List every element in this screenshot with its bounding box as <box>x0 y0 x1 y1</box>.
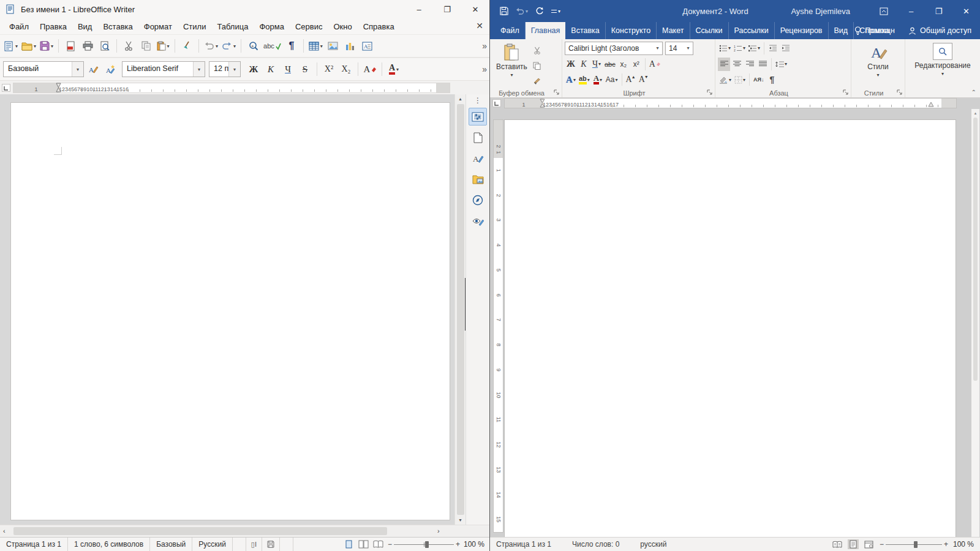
font-name-combobox[interactable]: Liberation Serif ▾ <box>122 61 205 77</box>
menu-item[interactable]: Сервис <box>290 20 328 34</box>
subscript-button[interactable]: x₂ <box>617 58 630 71</box>
italic-button[interactable]: К <box>263 61 279 78</box>
zoom-in-icon[interactable]: + <box>456 540 460 549</box>
menu-item[interactable]: Правка <box>34 20 72 34</box>
minimize-button[interactable]: – <box>405 0 433 18</box>
new-style-button[interactable]: A <box>102 61 118 78</box>
web-layout-button[interactable] <box>864 539 875 549</box>
subscript-button[interactable]: X₂ <box>338 61 354 78</box>
menu-item[interactable]: Стили <box>178 20 211 34</box>
signature-status[interactable] <box>280 538 293 551</box>
collapse-ribbon-icon[interactable]: ⌃ <box>971 89 976 96</box>
word-vertical-scrollbar[interactable]: ▴ <box>971 109 979 537</box>
tab-references[interactable]: Ссылки <box>690 22 729 39</box>
scroll-down-icon[interactable]: ▾ <box>459 515 461 525</box>
tab-layout[interactable]: Макет <box>657 22 690 39</box>
scroll-right-icon[interactable]: › <box>437 527 440 534</box>
formatting-marks-button[interactable]: ¶ <box>284 37 300 54</box>
combo-dropdown-icon[interactable]: ▾ <box>72 62 83 77</box>
indent-marker-icon[interactable] <box>540 99 545 108</box>
dialog-launcher-icon[interactable] <box>843 89 849 96</box>
font-color-button[interactable]: A▾ <box>386 61 402 78</box>
writer-vertical-scrollbar[interactable]: ▴ ▾ <box>454 94 466 525</box>
font-name-combobox[interactable]: Calibri Light (Заголов ▾ <box>565 42 663 55</box>
zoom-out-icon[interactable]: − <box>880 540 884 549</box>
line-spacing-button[interactable]: ▾ <box>774 58 788 71</box>
tab-stop-selector[interactable] <box>2 84 10 92</box>
scroll-up-icon[interactable]: ▴ <box>459 94 461 103</box>
spell-check-button[interactable]: abc <box>262 37 282 54</box>
tab-insert[interactable]: Вставка <box>565 22 605 39</box>
scroll-left-icon[interactable]: ‹ <box>3 527 6 534</box>
qat-save-button[interactable] <box>500 7 508 15</box>
share-button[interactable]: Общий доступ <box>903 26 976 35</box>
dialog-launcher-icon[interactable] <box>897 89 903 96</box>
zoom-level-status[interactable]: 100 % <box>953 540 974 549</box>
font-color-button[interactable]: А▾ <box>592 73 604 86</box>
dialog-launcher-icon[interactable] <box>707 89 713 96</box>
print-button[interactable] <box>80 37 96 54</box>
zoom-level-status[interactable]: 100 % <box>464 540 484 549</box>
dialog-launcher-icon[interactable] <box>554 89 560 96</box>
maximize-button[interactable]: ❐ <box>433 0 461 18</box>
sidebar-accessibility-check-button[interactable] <box>469 212 487 230</box>
text-effects-button[interactable]: A▾ <box>565 73 577 86</box>
underline-button[interactable]: Ч <box>280 61 296 78</box>
language-status[interactable]: Русский <box>192 538 233 551</box>
combo-dropdown-icon[interactable]: ▾ <box>228 62 240 77</box>
book-view-button[interactable] <box>373 539 384 549</box>
combo-dropdown-icon[interactable]: ▾ <box>193 62 205 77</box>
justify-button[interactable] <box>756 58 769 71</box>
qat-undo-button[interactable]: ▾ <box>516 8 528 15</box>
bold-button[interactable]: Ж <box>246 61 262 78</box>
copy-button[interactable] <box>531 59 543 72</box>
multilevel-list-button[interactable]: ▾ <box>747 42 761 55</box>
zoom-thumb[interactable] <box>914 541 918 548</box>
bullets-button[interactable]: ▾ <box>718 42 732 55</box>
shrink-font-button[interactable]: А▼ <box>638 73 650 86</box>
new-document-button[interactable]: ▾ <box>3 37 19 54</box>
zoom-out-icon[interactable]: − <box>388 540 392 549</box>
italic-button[interactable]: К <box>578 58 590 71</box>
scrollbar-thumb[interactable] <box>973 118 978 381</box>
clear-formatting-button[interactable]: A <box>648 58 662 71</box>
sidebar-properties-button[interactable] <box>469 108 487 126</box>
insert-textbox-button[interactable]: A <box>360 37 375 54</box>
increase-indent-button[interactable] <box>780 42 792 55</box>
tab-stop-selector[interactable] <box>492 99 501 107</box>
format-painter-button[interactable] <box>531 74 543 88</box>
minimize-button[interactable]: – <box>897 0 925 22</box>
highlight-color-button[interactable]: ab▾ <box>578 73 591 86</box>
word-horizontal-ruler[interactable]: 1 1234567891011121314151617 <box>490 98 980 109</box>
align-left-button[interactable] <box>718 58 730 71</box>
sidebar-navigator-button[interactable] <box>469 191 487 209</box>
scroll-up-icon[interactable]: ▴ <box>974 109 977 118</box>
insert-mode-status[interactable]: ▯I <box>246 538 262 551</box>
clone-formatting-button[interactable] <box>179 37 195 54</box>
sidebar-settings-icon[interactable]: ⋮ <box>474 96 481 105</box>
decrease-indent-button[interactable] <box>767 42 779 55</box>
shading-button[interactable]: ▾ <box>718 73 733 86</box>
qat-redo-button[interactable] <box>535 7 544 15</box>
page-style-status[interactable]: Базовый <box>150 538 192 551</box>
indent-marker-icon[interactable] <box>56 83 61 92</box>
writer-horizontal-ruler[interactable]: 1 12345678910111213141516 <box>0 81 489 94</box>
print-preview-button[interactable] <box>97 37 113 54</box>
undo-button[interactable]: ▾ <box>203 37 219 54</box>
word-page[interactable] <box>505 120 956 537</box>
right-indent-marker-icon[interactable] <box>928 102 934 107</box>
borders-button[interactable]: ▾ <box>733 73 747 86</box>
superscript-button[interactable]: x² <box>630 58 643 71</box>
redo-button[interactable]: ▾ <box>221 37 237 54</box>
menu-item[interactable]: Окно <box>328 20 357 34</box>
print-layout-button[interactable] <box>848 539 859 549</box>
page-count-status[interactable]: Страница 1 из 1 <box>496 540 551 549</box>
scrollbar-thumb[interactable] <box>13 527 387 535</box>
sidebar-page-button[interactable] <box>469 129 487 146</box>
writer-titlebar[interactable]: Без имени 1 - LibreOffice Writer – ❐ ✕ <box>0 0 489 18</box>
grow-font-button[interactable]: А▲ <box>625 73 637 86</box>
word-vertical-ruler[interactable]: 21 123456789101112131415 <box>494 120 503 532</box>
tab-review[interactable]: Рецензиров <box>775 22 829 39</box>
editing-button[interactable]: Редактирование ▾ <box>908 40 978 88</box>
menu-item[interactable]: Формат <box>138 20 178 34</box>
